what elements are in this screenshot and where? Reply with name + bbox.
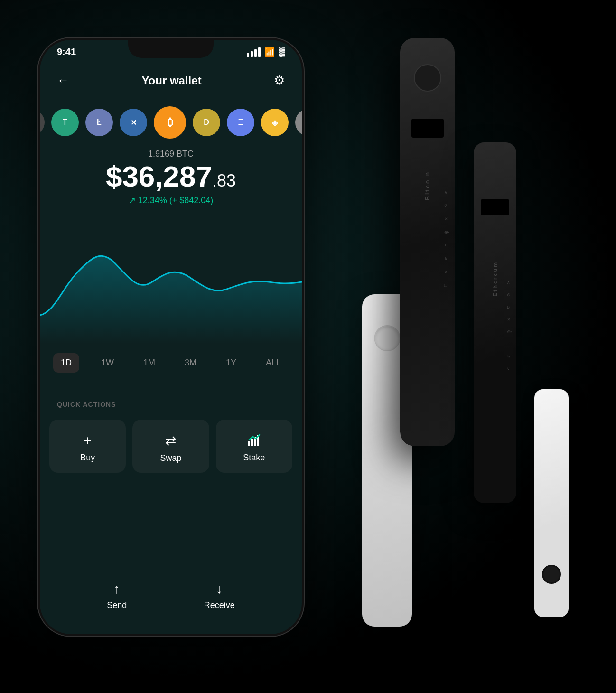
time-filter-3m[interactable]: 3M bbox=[177, 353, 204, 373]
bottom-separator bbox=[40, 558, 302, 558]
coin-bitcoin[interactable]: ₿ bbox=[154, 106, 186, 139]
stake-label: Stake bbox=[243, 453, 265, 463]
signal-icon bbox=[247, 47, 261, 57]
settings-button[interactable]: ⚙ bbox=[274, 73, 285, 88]
send-label: Send bbox=[107, 600, 127, 610]
hw-label-bitcoin: Bitcoin bbox=[424, 171, 431, 200]
swap-label: Swap bbox=[160, 453, 181, 463]
balance-crypto: 1.9169 BTC bbox=[40, 149, 302, 159]
hw-icon-4: ⟴ bbox=[444, 230, 449, 234]
hw-icon-3: ✕ bbox=[444, 216, 449, 221]
coins-row: T Ł ✕ ₿ Ð Ξ ◈ bbox=[40, 106, 302, 139]
hw-slim-icon-1: ∧ bbox=[507, 280, 512, 285]
coin-xrp[interactable]: ✕ bbox=[120, 109, 147, 136]
coin-algo[interactable]: A bbox=[295, 109, 302, 136]
coin-ethereum-symbol: Ξ bbox=[238, 118, 243, 127]
swap-button[interactable]: ⇄ Swap bbox=[132, 420, 209, 473]
price-chart bbox=[40, 220, 302, 344]
time-filters: 1D 1W 1M 3M 1Y ALL bbox=[40, 353, 302, 373]
time-filter-1y[interactable]: 1Y bbox=[218, 353, 244, 373]
bottom-actions: ↑ Send ↓ Receive bbox=[40, 581, 302, 610]
time-filter-all[interactable]: ALL bbox=[258, 353, 289, 373]
buy-icon: + bbox=[84, 433, 91, 448]
hw-icons: ∧ ☿ ✕ ⟴ + ↳ ∨ □ bbox=[444, 190, 449, 288]
phone-notch bbox=[128, 40, 214, 58]
receive-button[interactable]: ↓ Receive bbox=[204, 581, 235, 610]
coin-litecoin[interactable]: Ł bbox=[85, 109, 113, 136]
coin-bitcoin-symbol: ₿ bbox=[168, 116, 173, 129]
hw-slim-icon-5: ⟴ bbox=[507, 329, 512, 334]
receive-label: Receive bbox=[204, 600, 235, 610]
hw-slim-icon-6: + bbox=[507, 342, 512, 346]
stake-icon bbox=[246, 433, 261, 448]
hw-slim-icons: ∧ ⊙ B ✕ ⟴ + ↳ ∨ bbox=[507, 280, 512, 371]
receive-icon: ↓ bbox=[216, 581, 223, 597]
send-icon: ↑ bbox=[113, 581, 120, 597]
buy-button[interactable]: + Buy bbox=[49, 420, 126, 473]
coin-ethereum[interactable]: Ξ bbox=[227, 109, 254, 136]
time-filter-1w[interactable]: 1W bbox=[93, 353, 121, 373]
wifi-icon: 📶 bbox=[264, 47, 275, 57]
ledger-nano-s-black: Ethereum ∧ ⊙ B ✕ ⟴ + ↳ ∨ bbox=[474, 142, 516, 503]
quick-actions: + Buy ⇄ Swap bbox=[49, 420, 292, 473]
coin-dogecoin-symbol: Ð bbox=[204, 118, 209, 127]
hw-screen bbox=[411, 119, 444, 138]
coin-bnb-symbol: ◈ bbox=[272, 118, 278, 127]
phone-device: 9:41 📶 ▓ ← Your wallet ⚙ bbox=[38, 38, 304, 636]
hw-icon-8: □ bbox=[444, 283, 449, 288]
hw-white-nano-button bbox=[542, 565, 561, 584]
balance-change: ↗ 12.34% (+ $842.04) bbox=[40, 195, 302, 206]
wallet-header: ← Your wallet ⚙ bbox=[40, 73, 302, 88]
status-time: 9:41 bbox=[57, 47, 76, 57]
swap-icon: ⇄ bbox=[165, 433, 176, 449]
page-title: Your wallet bbox=[141, 74, 201, 87]
hw-icon-6: ↳ bbox=[444, 256, 449, 261]
scene: 9:41 📶 ▓ ← Your wallet ⚙ bbox=[0, 0, 616, 693]
time-filter-1d[interactable]: 1D bbox=[53, 353, 79, 373]
chart-fill bbox=[40, 256, 302, 344]
chart-svg bbox=[40, 220, 302, 344]
coin-litecoin-symbol: Ł bbox=[97, 118, 102, 127]
hw-button-top bbox=[414, 64, 441, 92]
hw-slim-screen bbox=[481, 199, 509, 215]
hw-white-button bbox=[374, 325, 400, 351]
phone-screen: 9:41 📶 ▓ ← Your wallet ⚙ bbox=[40, 40, 302, 634]
svg-rect-0 bbox=[248, 441, 250, 446]
hw-slim-icon-8: ∨ bbox=[507, 366, 512, 371]
hw-icon-1: ∧ bbox=[444, 190, 449, 195]
buy-label: Buy bbox=[80, 453, 95, 463]
balance-usd-cents: .83 bbox=[212, 171, 236, 190]
hw-slim-icon-4: ✕ bbox=[507, 317, 512, 322]
quick-actions-label: QUICK ACTIONS bbox=[57, 401, 116, 408]
back-button[interactable]: ← bbox=[57, 73, 69, 88]
hw-slim-icon-3: B bbox=[507, 305, 512, 309]
hw-icon-2: ☿ bbox=[444, 203, 449, 208]
coin-tether-symbol: T bbox=[63, 118, 67, 127]
hw-label-ethereum: Ethereum bbox=[492, 261, 498, 297]
battery-icon: ▓ bbox=[279, 47, 285, 57]
balance-section: 1.9169 BTC $36,287.83 ↗ 12.34% (+ $842.0… bbox=[40, 149, 302, 206]
balance-usd: $36,287.83 bbox=[40, 162, 302, 191]
time-filter-1m[interactable]: 1M bbox=[136, 353, 163, 373]
balance-usd-main: $36,287 bbox=[106, 160, 212, 193]
coin-tether[interactable]: T bbox=[51, 109, 79, 136]
svg-rect-1 bbox=[251, 439, 253, 446]
status-icons: 📶 ▓ bbox=[247, 47, 285, 57]
hw-slim-icon-7: ↳ bbox=[507, 354, 512, 359]
hw-icon-5: + bbox=[444, 243, 449, 248]
ledger-nano-x-black: Bitcoin ∧ ☿ ✕ ⟴ + ↳ ∨ □ bbox=[400, 38, 455, 446]
coin-xrp-symbol: ✕ bbox=[131, 118, 137, 127]
coin-unknown[interactable] bbox=[40, 110, 45, 135]
coin-dogecoin[interactable]: Ð bbox=[193, 109, 220, 136]
send-button[interactable]: ↑ Send bbox=[107, 581, 127, 610]
hw-slim-icon-2: ⊙ bbox=[507, 292, 512, 297]
stake-button[interactable]: Stake bbox=[216, 420, 292, 473]
hw-icon-7: ∨ bbox=[444, 270, 449, 274]
coin-bnb[interactable]: ◈ bbox=[261, 109, 289, 136]
ledger-nano-s-white bbox=[534, 389, 569, 617]
